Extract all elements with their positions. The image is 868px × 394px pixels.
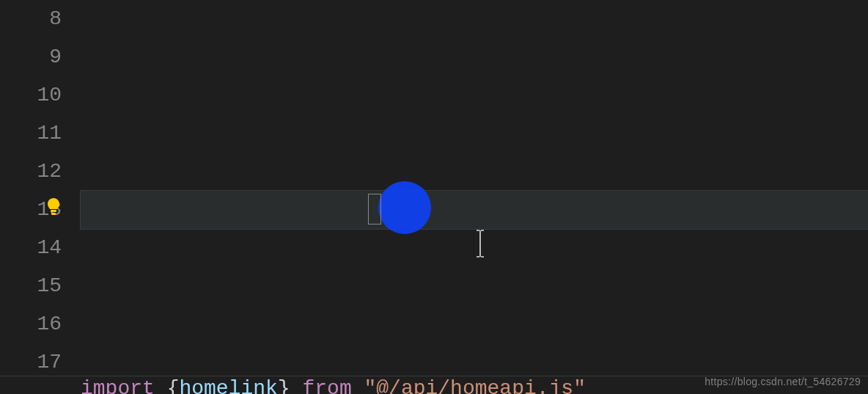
lightbulb-icon[interactable] bbox=[45, 195, 62, 217]
brace: } bbox=[278, 377, 303, 394]
keyword-import: import bbox=[81, 377, 155, 394]
svg-rect-1 bbox=[51, 213, 56, 215]
line-number: 9 bbox=[0, 38, 62, 76]
line-number-gutter: 8 9 10 11 12 13 14 15 16 17 bbox=[0, 0, 81, 394]
code-line[interactable]: import {homelink} from "@/api/homeapi.js… bbox=[81, 370, 868, 394]
keyword-from: from bbox=[302, 377, 351, 394]
svg-rect-0 bbox=[51, 210, 56, 212]
text-cursor-icon bbox=[402, 192, 411, 222]
line-number: 14 bbox=[0, 229, 62, 267]
line-number: 10 bbox=[0, 76, 62, 114]
active-line-highlight bbox=[81, 191, 868, 229]
line-number: 15 bbox=[0, 267, 62, 305]
identifier: homelink bbox=[179, 377, 277, 394]
brace: { bbox=[155, 377, 180, 394]
code-area[interactable]: import {homelink} from "@/api/homeapi.js… bbox=[81, 0, 868, 394]
line-number: 8 bbox=[0, 0, 62, 38]
bracket-match-highlight bbox=[368, 194, 381, 225]
line-number: 12 bbox=[0, 153, 62, 191]
line-number: 11 bbox=[0, 114, 62, 153]
code-editor[interactable]: 8 9 10 11 12 13 14 15 16 17 import {home… bbox=[0, 0, 868, 394]
space bbox=[352, 377, 364, 394]
line-number: 16 bbox=[0, 305, 62, 343]
string-literal: "@/api/homeapi.js" bbox=[364, 377, 586, 394]
